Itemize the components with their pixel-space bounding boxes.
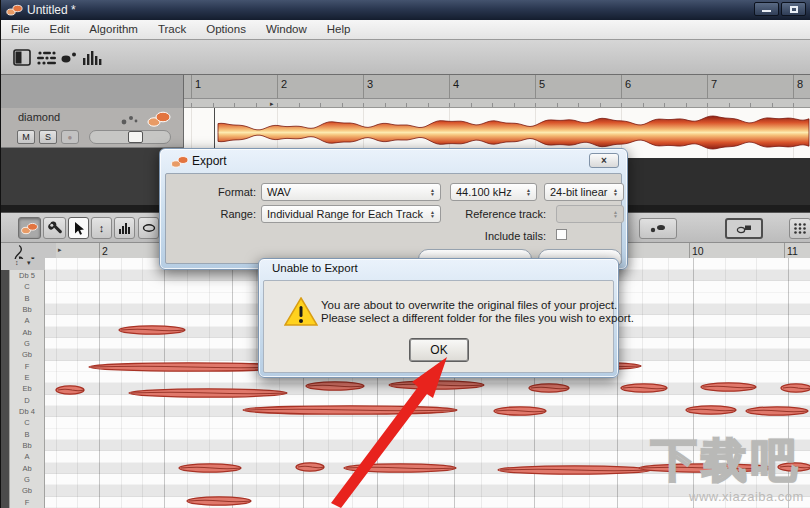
track-volume-slider[interactable]	[89, 130, 171, 144]
amplitude-blob-icon	[142, 223, 156, 233]
menu-item-algorithm[interactable]: Algorithm	[79, 20, 148, 39]
warning-message-line2: Please select a different folder for the…	[321, 312, 634, 324]
ruler-bar-tick	[363, 75, 364, 99]
melodyne-blob-icon	[145, 110, 173, 128]
track-header[interactable]: diamond M S ●	[1, 108, 184, 148]
ruler-subtick	[643, 103, 644, 107]
updown-arrows-icon: ▲▼	[430, 188, 435, 196]
title-bar: Untitled *	[1, 0, 810, 20]
main-tool-button[interactable]	[18, 217, 41, 239]
menu-item-options[interactable]: Options	[196, 20, 256, 39]
window-title: Untitled *	[27, 3, 76, 17]
main-toolbar: ● ■ ▶ ↻ 1.2.2 3/4 ▲ ~ 93.54 ▾	[1, 40, 810, 75]
menu-item-file[interactable]: File	[1, 20, 40, 39]
ruler-subtick	[557, 103, 558, 107]
ruler-bar-tick	[277, 75, 278, 99]
formant-bars-icon	[118, 222, 131, 234]
updown-arrows-icon: ▲▼	[430, 210, 435, 218]
view-mode-button-1[interactable]	[639, 218, 677, 239]
blob-rows-icon	[37, 51, 56, 64]
ruler-subtick	[213, 103, 214, 107]
app-logo-icon	[6, 4, 23, 16]
editor-playhead-icon: ▸	[58, 246, 62, 254]
ruler-subtick	[492, 103, 493, 107]
ruler-subtick	[729, 103, 730, 107]
ok-button[interactable]: OK	[410, 339, 468, 361]
solo-button[interactable]: S	[39, 130, 57, 144]
ruler-subtick	[299, 103, 300, 107]
reference-track-dropdown[interactable]: ▲▼	[556, 205, 624, 223]
pitch-label: F	[9, 497, 45, 508]
volume-thumb[interactable]	[128, 131, 143, 143]
blob-single-icon	[62, 53, 77, 63]
ruler-subtick	[363, 103, 364, 107]
bars-icon	[83, 51, 101, 65]
wrench-icon	[48, 221, 62, 235]
ruler-subtick	[191, 103, 192, 107]
ruler-bar-tick	[707, 75, 708, 99]
menu-item-help[interactable]: Help	[317, 20, 361, 39]
ruler-subtick	[578, 103, 579, 107]
ruler-subtick	[621, 103, 622, 107]
menu-item-track[interactable]: Track	[148, 20, 196, 39]
pitch-tool-icon: ↕	[99, 222, 105, 234]
mute-button[interactable]: M	[17, 130, 35, 144]
maximize-icon	[790, 6, 798, 13]
ruler-bar-number: 5	[539, 78, 545, 90]
ruler-bar-number: 3	[367, 78, 373, 90]
pitch-ruler: Db 5CBBbAAbGGbFEEbDDb 4CBBbAAbGGbF	[9, 270, 45, 508]
ruler-bar-number: 2	[281, 78, 287, 90]
maximize-button[interactable]	[781, 2, 806, 16]
editor-bar-tick	[99, 243, 100, 259]
minimize-button[interactable]	[754, 2, 779, 16]
ruler-subtick	[277, 103, 278, 107]
include-tails-checkbox[interactable]	[556, 229, 567, 240]
arrangement-tick-strip[interactable]: ▸	[184, 99, 810, 108]
view-mode-button-2[interactable]	[725, 218, 763, 239]
pitch-tool-button[interactable]: ↕	[91, 217, 112, 239]
range-dropdown[interactable]: Individual Range for Each Track▲▼	[261, 205, 441, 223]
ruler-subtick	[471, 103, 472, 107]
warning-dialog-title: Unable to Export	[272, 262, 358, 274]
ruler-subtick	[772, 103, 773, 107]
amplitude-tool-button[interactable]	[138, 217, 159, 239]
updown-arrows-icon: ▲▼	[526, 188, 531, 196]
melodyne-window: Untitled * FileEditAlgorithmTrackOptions…	[0, 0, 810, 508]
range-label: Range:	[176, 208, 256, 220]
track-name[interactable]: diamond	[18, 111, 60, 123]
arrow-tool-button[interactable]	[68, 217, 89, 239]
menu-item-window[interactable]: Window	[256, 20, 317, 39]
ruler-bar-tick	[793, 75, 794, 99]
editor-left-edge	[1, 270, 9, 508]
grid-settings-button[interactable]	[789, 218, 810, 239]
warning-icon	[284, 297, 318, 327]
ruler-bar-tick	[191, 75, 192, 99]
ruler-subtick	[686, 103, 687, 107]
view-toggle-icons[interactable]	[13, 48, 109, 68]
blob-note-view-icon	[735, 223, 753, 234]
editor-bar-number: 11	[787, 245, 798, 257]
warning-dialog-body: You are about to overwrite the original …	[263, 280, 614, 373]
playhead-marker-icon[interactable]: ▸	[270, 99, 274, 108]
include-tails-label: Include tails:	[450, 230, 546, 242]
scroll-widget-icon[interactable]: ↕	[15, 259, 19, 266]
ruler-subtick	[707, 103, 708, 107]
ruler-subtick	[535, 103, 536, 107]
menu-bar: FileEditAlgorithmTrackOptionsWindowHelp	[1, 20, 810, 40]
scroll-menu-icon[interactable]: ▾	[27, 259, 31, 267]
panel-split-icon	[14, 50, 30, 65]
ruler-bar-tick	[449, 75, 450, 99]
editor-bar-tick	[689, 243, 690, 259]
minimize-icon	[762, 10, 771, 12]
format-dropdown[interactable]: WAV▲▼	[261, 183, 441, 201]
menu-item-edit[interactable]: Edit	[40, 20, 80, 39]
editor-bar-number: 2	[102, 245, 108, 257]
arrangement-corner	[1, 75, 184, 108]
correction-tool-button[interactable]	[43, 217, 66, 239]
track-record-button[interactable]: ●	[61, 130, 79, 144]
bit-depth-dropdown[interactable]: 24-bit linear▲▼	[544, 183, 624, 201]
formant-tool-button[interactable]	[114, 217, 135, 239]
sample-rate-dropdown[interactable]: 44.100 kHz▲▼	[450, 183, 537, 201]
arrangement-ruler[interactable]: 12345678	[184, 75, 810, 99]
close-button[interactable]: ×	[589, 153, 619, 168]
